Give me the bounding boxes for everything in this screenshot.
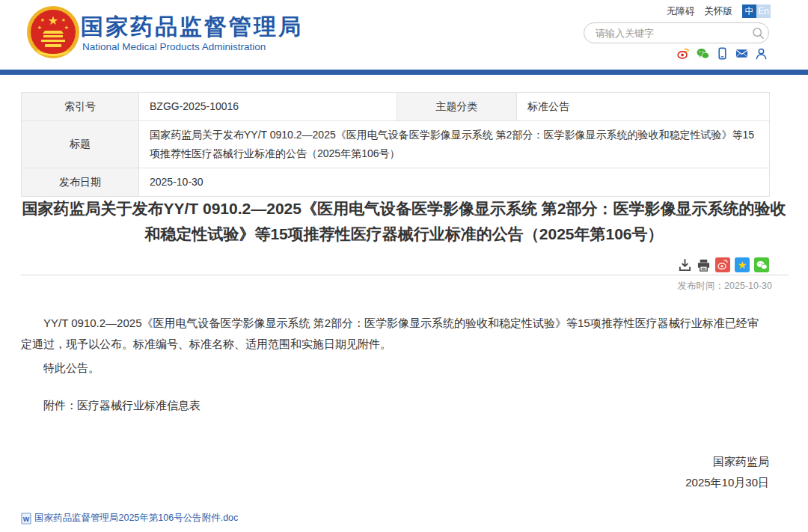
header-social-icons [677, 47, 768, 60]
attachment-download: W 国家药品监督管理局2025年第106号公告附件.doc [21, 512, 238, 525]
share-weibo-button[interactable] [715, 257, 730, 272]
publish-time: 发布时间：2025-10-30 [678, 280, 772, 293]
weibo-share-icon [717, 260, 728, 270]
mail-icon[interactable] [735, 47, 748, 60]
share-wechat-button[interactable] [754, 257, 769, 272]
heading-divider [21, 275, 789, 275]
svg-text:★: ★ [61, 17, 66, 22]
page: ★ ★ ★ ★ ★ 国家药品监督管理局 National Medical Pro… [0, 0, 808, 532]
lang-en-button[interactable]: En [756, 4, 771, 18]
svg-text:★: ★ [40, 17, 45, 22]
signature-date: 2025年10月30日 [685, 476, 769, 490]
body-paragraph-1: YY/T 0910.2—2025《医用电气设备医学影像显示系统 第2部分：医学影… [21, 313, 769, 355]
topbar: 无障碍 关怀版 中 En [667, 4, 771, 18]
category-label: 主题分类 [397, 93, 517, 121]
share-qzone-button[interactable]: ★ [735, 257, 750, 272]
table-row: 发布日期 2025-10-30 [22, 168, 770, 197]
search-box [584, 22, 769, 43]
weibo-icon[interactable] [677, 47, 690, 60]
national-emblem-logo: ★ ★ ★ ★ ★ [26, 5, 80, 59]
table-row: 索引号 BZGG-2025-10016 主题分类 标准公告 [22, 93, 770, 121]
table-row: 标题 国家药监局关于发布YY/T 0910.2—2025《医用电气设备医学影像显… [22, 121, 770, 168]
search-button[interactable] [747, 23, 768, 43]
print-icon[interactable] [697, 258, 711, 272]
index-number-value: BZGG-2025-10016 [139, 93, 397, 121]
signature-organization: 国家药监局 [713, 455, 769, 469]
user-icon[interactable] [755, 47, 768, 60]
svg-text:★: ★ [48, 14, 58, 27]
accessibility-link[interactable]: 无障碍 [667, 5, 695, 18]
publish-date-label: 发布日期 [22, 168, 139, 197]
qzone-star-icon: ★ [738, 260, 747, 270]
wechat-icon[interactable] [697, 47, 709, 60]
header-divider-bar [0, 70, 808, 75]
site-title: 国家药品监督管理局 [81, 12, 303, 43]
title-label: 标题 [22, 121, 139, 168]
title-value: 国家药监局关于发布YY/T 0910.2—2025《医用电气设备医学影像显示系统… [139, 121, 770, 168]
site-subtitle: National Medical Products Administration [82, 41, 266, 52]
word-doc-icon: W [21, 513, 32, 525]
document-info-table: 索引号 BZGG-2025-10016 主题分类 标准公告 标题 国家药监局关于… [21, 92, 770, 197]
svg-text:★: ★ [64, 25, 69, 30]
attachment-doc-link[interactable]: 国家药品监督管理局2025年第106号公告附件.doc [34, 512, 238, 525]
lang-zh-button[interactable]: 中 [742, 4, 756, 18]
wechat-share-icon [756, 260, 768, 270]
svg-text:W: W [23, 515, 30, 522]
mobile-icon[interactable] [716, 47, 729, 60]
body-paragraph-2: 特此公告。 [21, 358, 769, 379]
care-version-link[interactable]: 关怀版 [705, 5, 733, 18]
attachment-line: 附件：医疗器械行业标准信息表 [21, 395, 769, 416]
search-icon [752, 27, 765, 40]
publish-date-value: 2025-10-30 [139, 168, 770, 197]
page-title: 国家药监局关于发布YY/T 0910.2—2025《医用电气设备医学影像显示系统… [21, 196, 787, 247]
svg-text:★: ★ [37, 25, 42, 30]
search-input[interactable] [584, 28, 747, 39]
site-header: ★ ★ ★ ★ ★ 国家药品监督管理局 National Medical Pro… [0, 0, 808, 70]
language-toggle: 中 En [742, 4, 771, 18]
category-value: 标准公告 [517, 93, 770, 121]
download-icon[interactable] [678, 258, 692, 272]
article-toolbar: ★ [678, 257, 769, 272]
index-number-label: 索引号 [22, 93, 139, 121]
